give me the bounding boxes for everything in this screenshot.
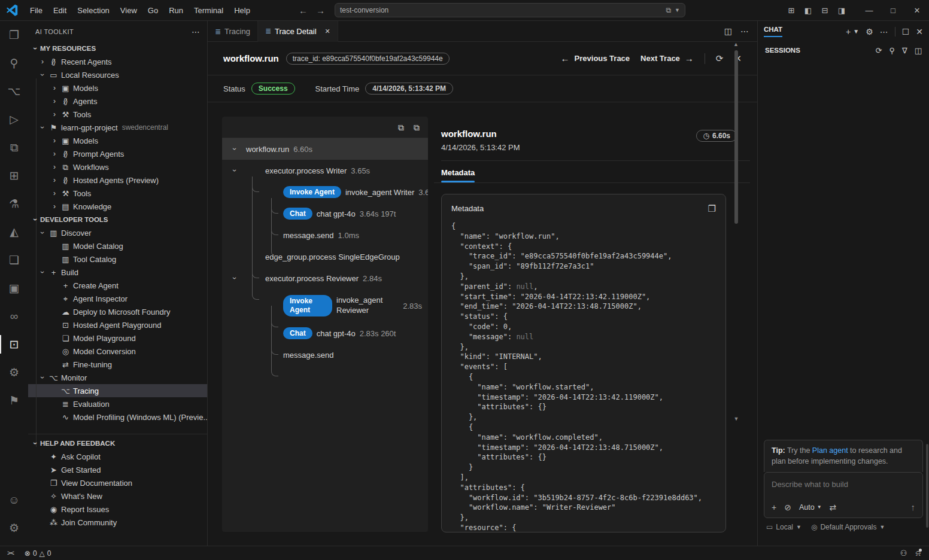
sidebar-section-help-and-feedback[interactable]: ›HELP AND FEEDBACK [28,437,207,450]
sidebar-item-model-conversion[interactable]: ◎Model Conversion [28,345,207,358]
sidebar-item-local-resources[interactable]: ›▭Local Resources [28,68,207,81]
sidebar-item-model-playground[interactable]: ❏Model Playground [28,331,207,345]
trace-span-chat-gpt-4o[interactable]: Chatchat gpt-4o2.83s 260t [222,322,428,344]
split-editor-icon[interactable]: ◫ [724,27,732,35]
scroll-up-icon[interactable]: ▲ [733,42,739,47]
tune-sliders-icon[interactable]: ⇄ [830,503,837,512]
approvals-selector[interactable]: ◎ Default Approvals ▼ [811,523,885,531]
run-debug-icon[interactable]: ▷ [0,105,28,133]
chat-close-icon[interactable]: ✕ [916,28,923,36]
tab-metadata[interactable]: Metadata [441,168,475,182]
toggle-sidebar-left-icon[interactable]: ◧ [800,0,816,21]
local-selector[interactable]: ▭ Local ▼ [766,523,802,531]
account-icon[interactable]: ☺ [0,486,28,514]
send-icon[interactable]: ↑ [911,503,916,512]
scrollbar-thumb[interactable] [734,50,738,224]
chat-input-box[interactable]: Describe what to build + ⊘ Auto ▼ ⇄ ↑ [764,472,923,518]
copilot-status-icon[interactable]: ⚇ [900,549,907,557]
sidebar-item-build[interactable]: ›+Build [28,266,207,279]
sessions-filter-icon[interactable]: ∇ [902,47,907,54]
sidebar-section-developer-tools[interactable]: ›DEVELOPER TOOLS [28,213,207,226]
sidebar-item-deploy-to-microsoft-foundry[interactable]: ☁Deploy to Microsoft Foundry [28,305,207,318]
chat-maximize-icon[interactable]: ☐ [902,28,910,36]
settings-gear-icon[interactable]: ⚙ [0,514,28,542]
trace-span-message-send[interactable]: message.send1.0ms [222,224,428,246]
sidebar-item-monitor[interactable]: ›⌥Monitor [28,371,207,384]
toggle-panel-icon[interactable]: ⊟ [816,0,833,21]
detail-scrollbar[interactable]: ▲ ▼ [733,39,739,422]
extensions-icon[interactable]: ⊞ [0,162,28,190]
sidebar-item-tools[interactable]: ›⚒Tools [28,108,207,121]
sidebar-item-models[interactable]: ›▣Models [28,81,207,95]
remote-indicator-icon[interactable]: >< [0,550,20,556]
chat-settings-gear-icon[interactable]: ⚙ [866,28,873,36]
sidebar-item-create-agent[interactable]: +Create Agent [28,279,207,292]
agent-mode-icon[interactable]: ⊘ [784,503,791,512]
problems-indicator[interactable]: ⊗ 0 △ 0 [20,549,56,558]
sidebar-item-report-issues[interactable]: ◉Report Issues [28,503,207,516]
sessions-split-icon[interactable]: ◫ [915,47,922,54]
trace-span-edge-group-process-singleedgegroup[interactable]: edge_group.process SingleEdgeGroup [222,246,428,267]
azure-icon[interactable]: ◭ [0,218,28,246]
toggle-sidebar-right-icon[interactable]: ◨ [833,0,850,21]
tab-close-icon[interactable]: ✕ [325,28,330,35]
sidebar-item-fine-tuning[interactable]: ⇄Fine-tuning [28,358,207,371]
trace-span-invoke-agent-reviewer[interactable]: Invoke Agentinvoke_agent Reviewer2.83s [222,289,428,322]
menu-terminal[interactable]: Terminal [189,0,229,21]
sidebar-section-my-resources[interactable]: ›MY RESOURCES [28,42,207,55]
sidebar-item-hosted-agent-playground[interactable]: ⊡Hosted Agent Playground [28,318,207,331]
model-mode-dropdown[interactable]: Auto ▼ [799,503,822,512]
sidebar-item-view-documentation[interactable]: ❐View Documentation [28,476,207,489]
screencast-icon[interactable]: ⧉ [666,7,671,14]
chevron-down-icon[interactable]: › [231,166,238,175]
sidebar-item-discover[interactable]: ›▥Discover [28,226,207,239]
sidebar-item-tools[interactable]: ›⚒Tools [28,187,207,200]
chat-scrollbar[interactable] [926,444,928,528]
testing-icon[interactable]: ⚗ [0,190,28,218]
trace-span-executor-process-reviewer[interactable]: ›executor.process Reviewer2.84s [222,267,428,289]
tab-trace-detail[interactable]: ≣ Trace Detail ✕ [258,21,338,42]
trace-span-workflow-run[interactable]: ›workflow.run6.60s [222,138,428,160]
chat-comments-icon[interactable]: ❏ [0,246,28,274]
expand-all-icon[interactable]: ⧉ [398,123,404,132]
foundry-icon[interactable]: ⚑ [0,386,28,415]
containers-icon[interactable]: ▣ [0,274,28,302]
customize-layout-icon[interactable]: ⊞ [783,0,800,21]
sidebar-item-model-profiling-windows-ml-previe[interactable]: ∿Model Profiling (Windows ML) (Previe... [28,410,207,424]
scroll-down-icon[interactable]: ▼ [733,416,739,422]
sidebar-item-knowledge[interactable]: ›▤Knowledge [28,200,207,213]
window-maximize-icon[interactable]: □ [881,0,905,21]
menu-selection[interactable]: Selection [72,0,114,21]
new-chat-chevron-icon[interactable]: ▼ [853,29,859,35]
menu-go[interactable]: Go [142,0,163,21]
chat-more-icon[interactable]: ⋯ [880,28,888,36]
remote-explorer-icon[interactable]: ⧉ [0,133,28,162]
source-control-icon[interactable]: ⌥ [0,77,28,105]
copy-icon[interactable]: ❐ [708,204,716,213]
ml-extension-icon[interactable]: ⚙ [0,358,28,386]
trace-span-executor-process-writer[interactable]: ›executor.process Writer3.65s [222,160,428,181]
notifications-bell-icon[interactable]: ⍾ [915,549,921,557]
chevron-down-icon[interactable]: › [231,274,238,282]
sidebar-item-recent-agents[interactable]: ›⟨∕⟩Recent Agents [28,55,207,68]
sidebar-item-join-community[interactable]: ⁂Join Community [28,516,207,529]
sidebar-item-agents[interactable]: ›⟨∕⟩Agents [28,95,207,108]
search-icon[interactable]: ⚲ [0,49,28,77]
sidebar-item-tool-catalog[interactable]: ▥Tool Catalog [28,252,207,266]
window-close-icon[interactable]: ✕ [905,0,929,21]
trace-span-chat-gpt-4o[interactable]: Chatchat gpt-4o3.64s 197t [222,203,428,224]
menu-edit[interactable]: Edit [48,0,72,21]
sessions-refresh-icon[interactable]: ⟳ [876,47,882,54]
sidebar-item-tracing[interactable]: ⌥Tracing [28,384,207,397]
sidebar-item-evaluation[interactable]: ≣Evaluation [28,397,207,410]
new-chat-icon[interactable]: + [846,28,851,36]
ai-toolkit-icon[interactable]: ⊡ [0,330,28,358]
sidebar-item-what-s-new[interactable]: ✧What's New [28,489,207,503]
explorer-icon[interactable]: ❐ [0,21,28,49]
sidebar-item-get-started[interactable]: ➤Get Started [28,463,207,476]
trace-span-message-send[interactable]: message.send [222,344,428,366]
next-trace-button[interactable]: Next Trace → [640,54,694,63]
trace-span-invoke-agent-writer[interactable]: Invoke Agentinvoke_agent Writer3.64s [222,181,428,203]
chevron-down-icon[interactable]: › [231,145,238,153]
forward-icon[interactable]: → [316,6,325,15]
